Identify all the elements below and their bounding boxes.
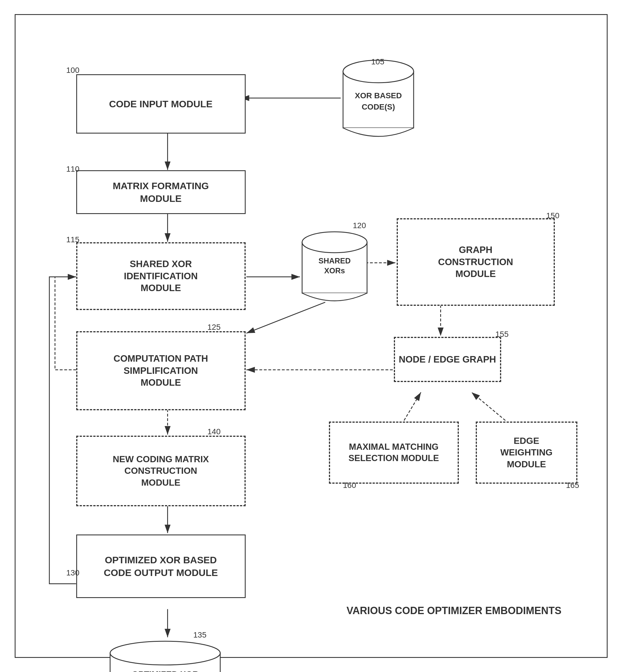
svg-point-20 — [302, 232, 367, 253]
ref-110: 110 — [66, 165, 80, 174]
ref-125: 125 — [208, 323, 221, 332]
computation-path-simplification-module: COMPUTATION PATHSIMPLIFICATIONMODULE — [76, 331, 246, 410]
ref-120: 120 — [353, 221, 366, 230]
optimized-codes-cylinder: OPTIMIZED XOR BASED CODE(S) — [109, 639, 182, 672]
node-edge-graph: NODE / EDGE GRAPH — [394, 337, 501, 382]
new-coding-matrix-module: NEW CODING MATRIXCONSTRUCTIONMODULE — [76, 436, 246, 506]
xor-codes-cylinder-svg: XOR BASED CODE(S) — [342, 57, 415, 139]
svg-text:XORs: XORs — [324, 267, 345, 275]
svg-text:CODE(S): CODE(S) — [361, 103, 395, 111]
ref-100: 100 — [66, 66, 80, 75]
svg-text:OPTIMIZED XOR: OPTIMIZED XOR — [132, 669, 199, 672]
page: CODE INPUT MODULE XOR BASED CODE(S) MATR… — [15, 14, 608, 658]
shared-xor-identification-module: SHARED XORIDENTIFICATIONMODULE — [76, 242, 246, 310]
svg-text:SHARED: SHARED — [318, 257, 350, 265]
svg-point-24 — [110, 641, 220, 665]
svg-line-7 — [246, 302, 325, 333]
matrix-formating-module: MATRIX FORMATINGMODULE — [76, 170, 246, 214]
svg-line-10 — [404, 392, 421, 420]
svg-line-11 — [472, 392, 506, 420]
maximal-matching-module: MAXIMAL MATCHINGSELECTION MODULE — [329, 422, 459, 484]
xor-based-codes-cylinder: XOR BASED CODE(S) — [342, 57, 415, 139]
svg-text:XOR BASED: XOR BASED — [355, 91, 402, 100]
diagram: CODE INPUT MODULE XOR BASED CODE(S) MATR… — [32, 32, 590, 640]
ref-115: 115 — [66, 235, 80, 244]
ref-155: 155 — [495, 330, 509, 339]
shared-xors-cylinder-svg: SHARED XORs — [301, 229, 369, 306]
ref-160: 160 — [343, 481, 356, 490]
ref-135: 135 — [194, 631, 207, 640]
optimized-codes-svg: OPTIMIZED XOR BASED CODE(S) — [109, 639, 222, 672]
ref-150: 150 — [546, 211, 560, 220]
ref-105: 105 — [371, 57, 385, 66]
edge-weighting-module: EDGEWEIGHTINGMODULE — [476, 422, 577, 484]
ref-130: 130 — [66, 568, 80, 577]
optimized-output-module: OPTIMIZED XOR BASEDCODE OUTPUT MODULE — [76, 534, 246, 598]
corner-label: VARIOUS CODE OPTIMIZER EMBODIMENTS — [346, 604, 561, 617]
ref-165: 165 — [566, 481, 579, 490]
graph-construction-module: GRAPHCONSTRUCTIONMODULE — [397, 218, 555, 306]
shared-xors-cylinder: SHARED XORs — [301, 229, 369, 306]
code-input-module: CODE INPUT MODULE — [76, 74, 246, 134]
ref-140: 140 — [208, 427, 221, 436]
